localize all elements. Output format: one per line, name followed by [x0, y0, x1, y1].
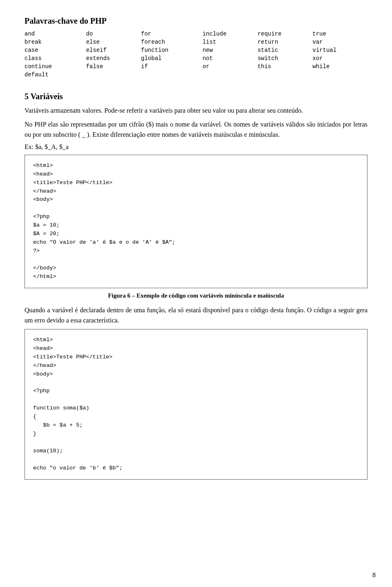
keyword-cell: [141, 71, 203, 79]
keyword-cell: this: [258, 62, 313, 71]
keyword-cell: extends: [86, 54, 141, 62]
keyword-cell: switch: [258, 54, 313, 62]
keyword-cell: virtual: [312, 46, 368, 54]
keyword-cell: global: [141, 54, 203, 62]
keyword-cell: do: [86, 30, 141, 38]
keyword-cell: while: [312, 62, 368, 71]
keyword-cell: case: [24, 46, 86, 54]
keyword-cell: else: [86, 38, 141, 46]
keyword-cell: false: [86, 62, 141, 71]
keyword-cell: new: [203, 46, 258, 54]
example-label: Ex: $a, $_A, $_a: [24, 143, 368, 151]
keyword-cell: elseif: [86, 46, 141, 54]
keyword-cell: include: [203, 30, 258, 38]
keyword-cell: [86, 71, 141, 79]
keywords-table: anddoforincluderequiretruebreakelseforea…: [24, 30, 368, 79]
keyword-cell: xor: [312, 54, 368, 62]
keyword-cell: true: [312, 30, 368, 38]
section5-title: 5 Variáveis: [24, 92, 368, 101]
keyword-cell: class: [24, 54, 86, 62]
keywords-title: Palavras-chave do PHP: [24, 16, 368, 26]
para3: Quando a variável é declarada dentro de …: [24, 305, 368, 326]
para1: Variáveis armazenam valores. Pode-se ref…: [24, 105, 368, 116]
keyword-cell: [312, 71, 368, 79]
section-5: 5 Variáveis Variáveis armazenam valores.…: [24, 92, 368, 480]
keyword-cell: list: [203, 38, 258, 46]
code-box-2: <html> <head> <title>Teste PHP</title> <…: [24, 329, 368, 480]
keywords-section: Palavras-chave do PHP anddoforincludereq…: [24, 16, 368, 79]
code-box-1: <html> <head> <title>Teste PHP</title> <…: [24, 155, 368, 288]
keyword-cell: not: [203, 54, 258, 62]
fig1-caption: Figura 6 – Exemplo de código com variáve…: [24, 292, 368, 299]
keyword-cell: continue: [24, 62, 86, 71]
keyword-cell: require: [258, 30, 313, 38]
keyword-cell: foreach: [141, 38, 203, 46]
keyword-cell: [258, 71, 313, 79]
keyword-cell: var: [312, 38, 368, 46]
keyword-cell: break: [24, 38, 86, 46]
para2: No PHP elas são representadas por um cif…: [24, 119, 368, 140]
keyword-cell: for: [141, 30, 203, 38]
keyword-cell: default: [24, 71, 86, 79]
section5-prose: Variáveis armazenam valores. Pode-se ref…: [24, 105, 368, 140]
keyword-cell: or: [203, 62, 258, 71]
keyword-cell: static: [258, 46, 313, 54]
section5-prose-2: Quando a variável é declarada dentro de …: [24, 305, 368, 326]
keyword-cell: return: [258, 38, 313, 46]
fig1-caption-bold: Figura 6 – Exemplo de código com variáve…: [108, 292, 284, 299]
keyword-cell: and: [24, 30, 86, 38]
keyword-cell: if: [141, 62, 203, 71]
keyword-cell: function: [141, 46, 203, 54]
keyword-cell: [203, 71, 258, 79]
